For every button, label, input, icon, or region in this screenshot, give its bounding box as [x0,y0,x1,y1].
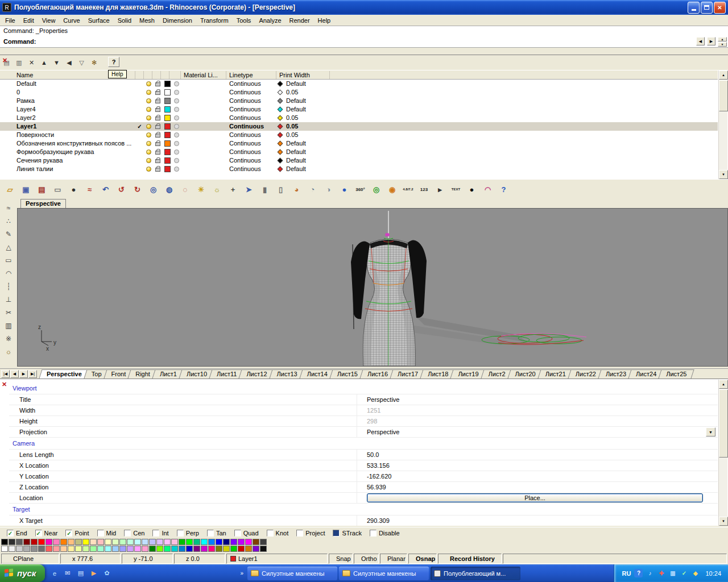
property-value[interactable]: 1251 [367,405,380,416]
rhino-app-icon[interactable]: R [2,3,11,12]
leader-icon[interactable]: ▸ [433,183,446,196]
taskbar-window-button[interactable]: Силуэтные манекены [339,567,429,580]
layer-visibility-bulb-icon[interactable] [146,90,151,95]
palette-color[interactable] [97,539,104,545]
layer-linetype[interactable]: Continuous [229,88,276,97]
rainbow-icon[interactable]: ◠ [481,183,494,196]
checkbox-icon[interactable] [124,530,131,537]
layer-material-icon[interactable] [174,141,179,146]
place-button[interactable]: Place... [367,493,703,502]
command-prev-button[interactable]: ◀ [696,37,705,45]
status-field[interactable]: z 0.0 [174,554,225,564]
layer-visibility-bulb-icon[interactable] [146,167,151,172]
osnap-checkbox[interactable]: Point [65,530,89,537]
checkbox-icon[interactable] [35,530,42,537]
layer-print-width[interactable]: 0.05 [286,131,327,139]
viewport-tab[interactable]: Лист11 [210,369,243,379]
status-field[interactable]: Record History [438,554,502,564]
layer-print-color-icon[interactable] [278,90,283,95]
checkbox-icon[interactable] [207,530,214,537]
layer-material-icon[interactable] [174,149,179,155]
palette-color[interactable] [38,546,45,552]
property-value[interactable]: Perspective [367,394,399,405]
layer-linetype[interactable]: Continuous [229,165,276,173]
palette-color[interactable] [164,539,171,545]
layer-lock-icon[interactable] [155,151,160,155]
open-file-icon[interactable]: ▱ [3,183,16,196]
layer-name[interactable]: Default [16,80,133,88]
layer-row[interactable]: 0 Continuous 0.05 [0,88,718,97]
tab-scroll-button[interactable]: |◀ [1,370,10,378]
zoom-dynamic-icon[interactable]: ◎ [147,183,160,196]
checkbox-icon[interactable] [333,530,340,537]
perspective-viewport[interactable]: z x y [17,208,728,367]
layer-material-icon[interactable] [174,158,179,163]
point-light-icon[interactable]: ☀ [195,183,208,196]
palette-color[interactable] [179,539,185,545]
shaded-view-icon[interactable]: ● [338,183,351,196]
viewport-tab[interactable]: Лист16 [361,369,394,379]
count-icon[interactable]: 123 [417,183,431,196]
layer-row[interactable]: Обозначения конструктивных поясов ... Co… [0,139,718,148]
network-tray-icon[interactable]: ▥ [668,569,677,577]
link-views-icon[interactable]: ◎ [370,183,383,196]
palette-color[interactable] [134,539,141,545]
layer-lock-icon[interactable] [155,117,160,120]
palette-color[interactable] [223,546,230,552]
offset-icon[interactable]: ⊥ [3,294,15,305]
taskbar-window-button[interactable]: Полуоблегающий м... [431,567,520,580]
layer-linetype[interactable]: Continuous [229,114,276,122]
checkbox-icon[interactable] [97,530,104,537]
osnap-checkbox[interactable]: Mid [97,530,117,537]
filter-icon[interactable]: ▽ [76,58,87,68]
layer-row[interactable]: Layer1 Continuous 0.05 [0,122,718,131]
layer-print-color-icon[interactable] [278,107,283,113]
layer-row[interactable]: Default Continuous Default [0,80,718,88]
menu-item[interactable]: Surface [84,16,114,25]
palette-color[interactable] [186,546,193,552]
scroll-thumb[interactable] [719,389,728,458]
palette-color[interactable] [119,539,126,545]
zoom-extents-icon[interactable]: ◌ [179,183,192,196]
palette-color[interactable] [38,539,45,545]
save-icon[interactable]: ▣ [19,183,32,196]
palette-color[interactable] [193,539,200,545]
property-value[interactable]: 290.309 [367,516,390,526]
rotate-view-icon[interactable]: ↻ [131,183,144,196]
point-set-icon[interactable]: ∴ [3,215,15,227]
layer-color-swatch[interactable] [164,123,171,130]
boolean-icon[interactable]: ◉ [386,183,399,196]
update-tray-icon[interactable]: ◆ [691,569,700,577]
layer-lock-icon[interactable] [155,134,160,138]
palette-color[interactable] [31,539,38,545]
layer-print-color-icon[interactable] [278,141,283,147]
taskbar-window-button[interactable]: Силуэтные манекены [247,567,337,580]
material-egg-icon[interactable]: ◕ [290,183,303,196]
column-header-on[interactable] [144,71,152,79]
checkbox-icon[interactable] [177,530,184,537]
palette-color[interactable] [223,539,230,545]
osnap-checkbox[interactable]: Project [296,530,325,537]
pointer-icon[interactable]: ➤ [242,183,255,196]
palette-color[interactable] [46,546,52,552]
viewport-tab[interactable]: Лист14 [301,369,334,379]
palette-color[interactable] [260,546,267,552]
layer-material-icon[interactable] [174,115,179,120]
unlock-icon[interactable]: ▯ [274,183,287,196]
layer-material-icon[interactable] [174,132,179,138]
polyline-icon[interactable]: △ [3,242,15,253]
layer-color-swatch[interactable] [164,115,171,121]
layer-print-color-icon[interactable] [278,167,283,172]
layer-linetype[interactable]: Continuous [229,80,276,88]
layer-row[interactable]: Формообразующие рукава Continuous Defaul… [0,148,718,156]
checkbox-icon[interactable] [7,530,14,537]
property-value[interactable]: 56.939 [367,482,386,493]
menu-item[interactable]: Curve [59,16,84,25]
layer-print-width[interactable]: Default [286,156,327,165]
selection-filter-icon[interactable]: ▭ [51,183,64,196]
layer-name[interactable]: 0 [16,88,133,97]
move-icon[interactable]: + [226,183,239,196]
layer-name[interactable]: Layer1 [16,122,133,131]
palette-color[interactable] [112,546,119,552]
layer-print-width[interactable]: 0.05 [286,88,327,97]
